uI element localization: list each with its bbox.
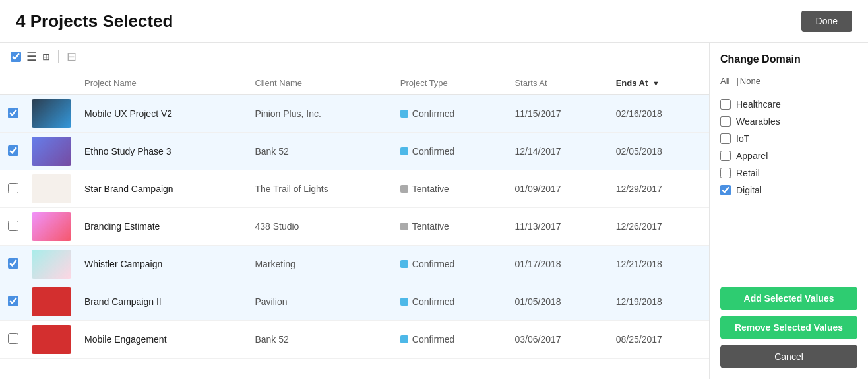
- row-ends-at: 02/16/2018: [608, 95, 709, 133]
- grid-view-icon[interactable]: ⊞: [42, 52, 50, 62]
- table-row: Whistler Campaign Marketing Confirmed 01…: [0, 246, 709, 283]
- change-domain-sidebar: Change Domain All | None Healthcare Wear…: [710, 43, 868, 379]
- select-all-checkbox[interactable]: [11, 52, 21, 62]
- domain-item[interactable]: Retail: [720, 168, 857, 178]
- row-project-name: Whistler Campaign: [77, 246, 247, 283]
- domain-checkbox[interactable]: [720, 99, 731, 110]
- domain-item[interactable]: Wearables: [720, 116, 857, 127]
- domain-label: Retail: [736, 168, 760, 178]
- row-checkbox-cell: [0, 246, 26, 283]
- domain-checkbox[interactable]: [720, 133, 731, 144]
- col-checkbox: [0, 71, 26, 95]
- table-row: Branding Estimate 438 Studio Tentative 1…: [0, 208, 709, 246]
- row-thumbnail-cell: [26, 283, 77, 321]
- row-checkbox[interactable]: [8, 221, 18, 231]
- table-row: Mobile UX Project V2 Pinion Plus, Inc. C…: [0, 95, 709, 133]
- domain-checkbox[interactable]: [720, 116, 731, 127]
- col-thumb: [26, 71, 77, 95]
- col-project-type: Project Type: [392, 71, 507, 95]
- col-client-name: Client Name: [247, 71, 392, 95]
- row-starts-at: 01/17/2018: [507, 246, 607, 283]
- table-toolbar: ☰ ⊞ ⊟: [0, 43, 709, 71]
- table-row: Ethno Study Phase 3 Bank 52 Confirmed 12…: [0, 133, 709, 170]
- domain-item[interactable]: Digital: [720, 185, 857, 195]
- col-project-name: Project Name: [77, 71, 247, 95]
- table-row: Brand Campaign II Pavilion Confirmed 01/…: [0, 283, 709, 321]
- domain-label: Digital: [736, 185, 762, 195]
- domain-label: Wearables: [736, 116, 780, 127]
- row-checkbox[interactable]: [8, 108, 18, 118]
- domain-checkbox[interactable]: [720, 151, 731, 161]
- row-starts-at: 03/06/2017: [507, 321, 607, 359]
- row-checkbox[interactable]: [8, 183, 18, 193]
- domain-label: Healthcare: [736, 99, 781, 110]
- row-thumbnail-cell: [26, 246, 77, 283]
- none-link[interactable]: None: [740, 76, 760, 86]
- row-client-name: Bank 52: [247, 321, 392, 359]
- col-ends-at[interactable]: Ends At ▼: [608, 71, 709, 95]
- add-selected-values-button[interactable]: Add Selected Values: [720, 287, 857, 310]
- row-project-type: Confirmed: [392, 246, 507, 283]
- cancel-button[interactable]: Cancel: [720, 345, 857, 368]
- row-client-name: Pinion Plus, Inc.: [247, 95, 392, 133]
- row-checkbox[interactable]: [8, 145, 18, 156]
- type-dot-icon: [400, 335, 408, 343]
- row-client-name: The Trail of Lights: [247, 170, 392, 208]
- row-ends-at: 12/29/2017: [608, 170, 709, 208]
- all-link[interactable]: All: [720, 76, 729, 86]
- row-client-name: 438 Studio: [247, 208, 392, 246]
- content-area: ☰ ⊞ ⊟ Project Name Client Name Project T…: [0, 43, 868, 379]
- row-starts-at: 12/14/2017: [507, 133, 607, 170]
- col-starts-at: Starts At: [507, 71, 607, 95]
- row-thumbnail-cell: [26, 208, 77, 246]
- list-view-icon[interactable]: ☰: [26, 50, 37, 64]
- row-ends-at: 12/26/2017: [608, 208, 709, 246]
- domain-checkbox[interactable]: [720, 185, 731, 195]
- thumbnail-view-icon[interactable]: ⊟: [67, 50, 77, 64]
- remove-selected-values-button[interactable]: Remove Selected Values: [720, 316, 857, 339]
- row-starts-at: 11/15/2017: [507, 95, 607, 133]
- row-checkbox-cell: [0, 283, 26, 321]
- page-title: 4 Projects Selected: [16, 11, 173, 32]
- type-dot-icon: [400, 185, 408, 193]
- row-thumbnail: [32, 174, 71, 203]
- row-project-type: Tentative: [392, 170, 507, 208]
- row-checkbox[interactable]: [8, 258, 18, 269]
- row-thumbnail-cell: [26, 95, 77, 133]
- row-project-name: Mobile Engagement: [77, 321, 247, 359]
- row-checkbox-cell: [0, 321, 26, 359]
- type-dot-icon: [400, 110, 408, 118]
- row-thumbnail: [32, 325, 71, 354]
- table-header-row: Project Name Client Name Project Type St…: [0, 71, 709, 95]
- row-project-type: Tentative: [392, 208, 507, 246]
- domain-item[interactable]: IoT: [720, 133, 857, 144]
- projects-table: Project Name Client Name Project Type St…: [0, 71, 709, 359]
- type-dot-icon: [400, 147, 408, 155]
- type-dot-icon: [400, 260, 408, 268]
- row-project-name: Ethno Study Phase 3: [77, 133, 247, 170]
- row-project-type: Confirmed: [392, 95, 507, 133]
- row-checkbox[interactable]: [8, 333, 18, 344]
- divider: |: [736, 76, 738, 86]
- row-starts-at: 01/09/2017: [507, 170, 607, 208]
- sidebar-title: Change Domain: [720, 53, 857, 65]
- row-thumbnail: [32, 287, 71, 316]
- toolbar-separator: [58, 50, 59, 63]
- row-checkbox-cell: [0, 133, 26, 170]
- domain-item[interactable]: Healthcare: [720, 99, 857, 110]
- row-checkbox-cell: [0, 170, 26, 208]
- row-project-name: Star Brand Campaign: [77, 170, 247, 208]
- row-thumbnail: [32, 137, 71, 166]
- table-row: Star Brand Campaign The Trail of Lights …: [0, 170, 709, 208]
- row-checkbox-cell: [0, 208, 26, 246]
- domain-item[interactable]: Apparel: [720, 151, 857, 161]
- row-thumbnail-cell: [26, 170, 77, 208]
- row-starts-at: 01/05/2018: [507, 283, 607, 321]
- row-checkbox[interactable]: [8, 296, 18, 306]
- domain-checkbox[interactable]: [720, 168, 731, 178]
- all-none-controls: All | None: [720, 76, 857, 86]
- domain-label: Apparel: [736, 151, 768, 161]
- row-thumbnail-cell: [26, 133, 77, 170]
- done-button[interactable]: Done: [801, 11, 852, 32]
- row-project-type: Confirmed: [392, 321, 507, 359]
